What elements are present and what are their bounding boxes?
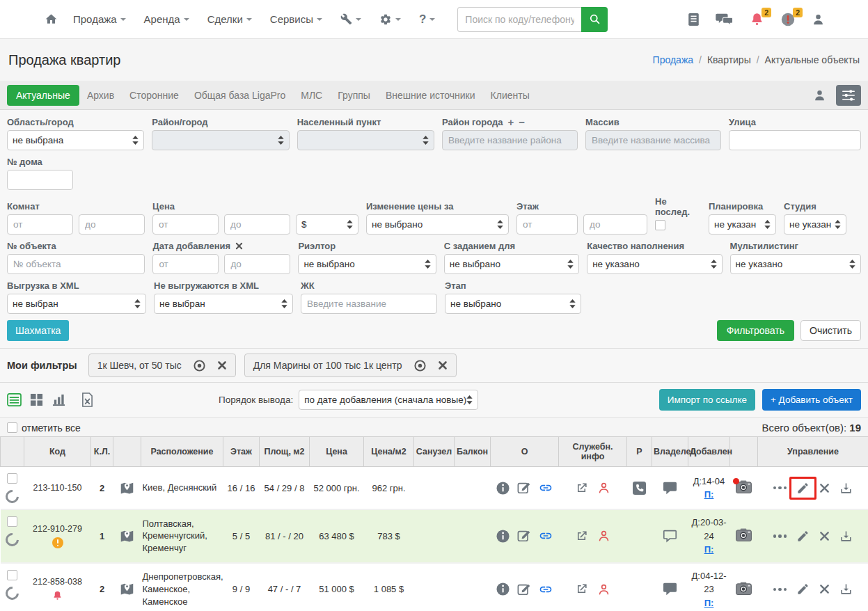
more-actions-icon[interactable] [773, 588, 787, 592]
date-to-input[interactable] [224, 254, 290, 274]
photos-camera-icon[interactable] [736, 582, 752, 595]
tab-clients[interactable]: Клиенты [483, 85, 537, 106]
apply-filter-button[interactable]: Фильтровать [717, 320, 794, 341]
breadcrumb-sales-link[interactable]: Продажа [653, 54, 693, 65]
balance-alert-icon[interactable]: 2 [780, 12, 796, 27]
price-from-input[interactable] [152, 214, 219, 235]
currency-select[interactable]: $ [296, 214, 358, 235]
journal-icon[interactable] [688, 13, 700, 26]
floor-to-input[interactable] [583, 214, 647, 235]
house-no-input[interactable] [7, 170, 73, 190]
map-pin-icon[interactable] [120, 481, 134, 495]
tab-groups[interactable]: Группы [330, 85, 378, 106]
delete-filter-icon[interactable] [438, 360, 448, 370]
rooms-to-input[interactable] [79, 214, 145, 235]
home-icon[interactable] [45, 13, 58, 26]
owner-person-icon[interactable] [597, 481, 610, 495]
chat-icon[interactable] [663, 582, 677, 596]
publication-link[interactable]: П: [691, 488, 728, 502]
external-link-icon[interactable] [575, 530, 588, 543]
menu-services[interactable]: Сервисы [270, 13, 322, 25]
saved-filter-chip[interactable]: Для Марины от 100 тыс 1к центр [244, 354, 457, 377]
price-to-input[interactable] [224, 214, 290, 235]
add-district-icon[interactable]: + [508, 119, 514, 126]
download-icon[interactable] [839, 482, 853, 495]
breadcrumb-apartments[interactable]: Квартиры [707, 54, 751, 65]
row-checkbox[interactable] [7, 516, 17, 527]
realtor-select[interactable]: не выбрано [298, 254, 436, 274]
stage-select[interactable]: не выбрано [445, 294, 581, 314]
notifications-bell-icon[interactable]: 2 [750, 12, 764, 27]
edit-pencil-icon[interactable] [796, 582, 810, 596]
edit-note-icon[interactable] [517, 582, 531, 596]
chess-view-button[interactable]: Шахматка [7, 320, 69, 341]
floor-from-input[interactable] [516, 214, 578, 235]
multilisting-select[interactable]: не указано [730, 254, 861, 274]
select-all-checkbox[interactable] [7, 422, 17, 433]
more-actions-icon[interactable] [773, 486, 787, 490]
street-input[interactable] [729, 130, 861, 150]
download-icon[interactable] [839, 582, 853, 596]
studio-select[interactable]: не указан [784, 214, 846, 235]
edit-note-icon[interactable] [517, 529, 531, 543]
import-by-link-button[interactable]: Импорт по ссылке [659, 389, 755, 411]
tab-third-party[interactable]: Сторонние [122, 85, 187, 106]
tab-mls[interactable]: МЛС [293, 85, 330, 106]
view-filter-icon[interactable] [413, 359, 427, 372]
menu-deals[interactable]: Сделки [207, 13, 252, 25]
edit-pencil-icon[interactable] [796, 482, 810, 495]
date-from-input[interactable] [152, 254, 219, 274]
sort-order-select[interactable]: по дате добавления (сначала новые) [299, 390, 478, 410]
add-object-button[interactable]: + Добавить объект [762, 389, 861, 411]
download-icon[interactable] [839, 530, 853, 543]
chat-icon[interactable] [663, 482, 677, 495]
owner-person-icon[interactable] [597, 529, 610, 543]
search-input[interactable] [457, 7, 581, 32]
search-button[interactable] [581, 7, 608, 32]
filter-toggle-button[interactable] [836, 85, 861, 106]
tab-archive[interactable]: Архив [79, 85, 122, 106]
agent-icon[interactable] [813, 88, 826, 102]
link-icon[interactable] [539, 529, 553, 543]
edit-note-icon[interactable] [517, 481, 531, 495]
object-no-input[interactable] [7, 254, 145, 274]
link-icon[interactable] [539, 481, 553, 495]
user-profile-icon[interactable] [812, 13, 825, 26]
rooms-from-input[interactable] [7, 214, 73, 235]
list-view-icon[interactable] [7, 393, 22, 406]
region-select[interactable]: не выбрана [7, 130, 144, 150]
external-link-icon[interactable] [575, 482, 588, 495]
map-pin-icon[interactable] [120, 529, 134, 543]
remove-district-icon[interactable]: − [519, 119, 525, 126]
delete-filter-icon[interactable] [217, 360, 227, 370]
owner-person-icon[interactable] [597, 582, 610, 596]
delete-x-icon[interactable] [819, 483, 830, 493]
info-icon[interactable] [496, 530, 510, 543]
row-checkbox[interactable] [7, 570, 17, 580]
tab-actual[interactable]: Актуальные [7, 85, 79, 106]
clear-date-icon[interactable] [235, 242, 243, 250]
xml-excluded-select[interactable]: не выбран [154, 294, 293, 314]
tab-external-sources[interactable]: Внешние источники [378, 85, 483, 106]
external-link-icon[interactable] [575, 582, 588, 596]
info-icon[interactable] [496, 482, 510, 495]
layout-select[interactable]: не указан [709, 214, 776, 235]
city-district-input[interactable] [442, 130, 578, 150]
menu-rent[interactable]: Аренда [144, 13, 189, 25]
task-for-select[interactable]: не выбрано [444, 254, 579, 274]
tools-menu[interactable] [340, 13, 361, 25]
photos-camera-icon[interactable] [736, 480, 752, 493]
not-last-checkbox[interactable] [655, 220, 665, 230]
xml-export-select[interactable]: не выбран [7, 294, 146, 314]
clear-filter-button[interactable]: Очистить [800, 320, 861, 341]
info-icon[interactable] [496, 582, 510, 596]
edit-pencil-icon[interactable] [796, 530, 810, 543]
tab-ligapro-base[interactable]: Общая база LigaPro [187, 85, 293, 106]
help-menu[interactable]: ? [419, 13, 435, 26]
saved-filter-chip[interactable]: 1к Шевч, от 50 тыс [88, 354, 236, 377]
complex-input[interactable] [301, 294, 437, 314]
publication-link[interactable]: П: [691, 596, 728, 610]
delete-x-icon[interactable] [819, 584, 830, 594]
delete-x-icon[interactable] [819, 531, 830, 541]
chat-icon[interactable] [663, 530, 677, 543]
